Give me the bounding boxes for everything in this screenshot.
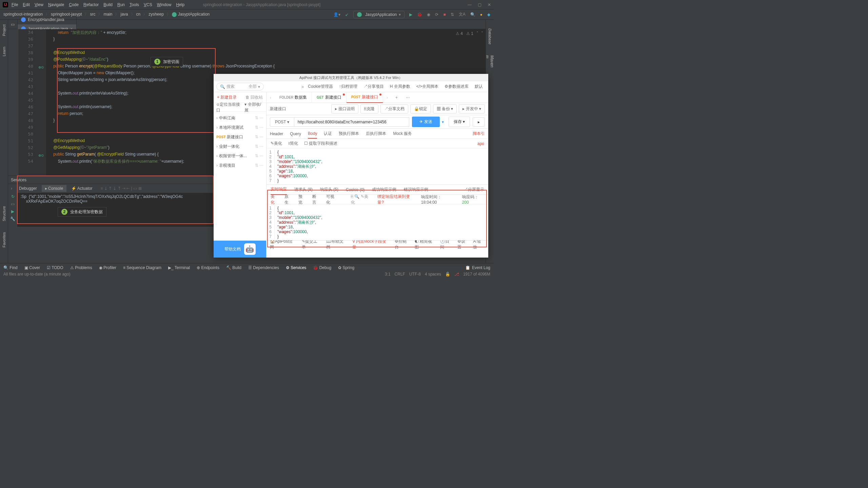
menu-run[interactable]: Run <box>117 2 125 7</box>
bottom-tab-debug[interactable]: 🐞 Debug <box>313 265 331 270</box>
tab-next-icon[interactable]: › <box>383 95 391 100</box>
search-input[interactable]: 🔍 搜索全部 ▾ <box>216 83 264 90</box>
scroll-down-icon[interactable]: ˇ <box>481 31 483 36</box>
breadcrumb-item[interactable]: src <box>90 12 95 17</box>
toolbar-button[interactable]: H 全局参数 <box>387 82 413 91</box>
menu-window[interactable]: Window <box>157 2 172 7</box>
breadcrumb-item[interactable]: cn <box>136 12 141 17</box>
menu-code[interactable]: Code <box>69 2 79 7</box>
locate-button[interactable]: ⊙定位当前接口 <box>216 102 242 113</box>
bottom-tab-profiler[interactable]: ◉ Profiler <box>99 265 116 270</box>
request-tab[interactable]: POST 新建接口 <box>347 92 383 103</box>
tree-item[interactable]: ›本地环境测试⇅ ⋯ <box>214 123 266 132</box>
url-input[interactable]: http://localhost:8080/dataEnc?username=1… <box>294 117 410 127</box>
request-body-editor[interactable]: 1{2 "id": 1001,3 "mobile": "15094000432"… <box>267 148 488 184</box>
request-section-tab[interactable]: Body <box>308 129 317 139</box>
toolbar-button[interactable]: Cookie管理器 <box>305 82 335 91</box>
stop-icon[interactable]: ▭ <box>11 202 15 206</box>
maximize-icon[interactable]: ▢ <box>478 2 481 7</box>
breadcrumb-item[interactable]: main <box>103 12 112 17</box>
toolbar-button[interactable]: ⚙参数描述库 <box>442 82 471 91</box>
bottom-tab-find[interactable]: 🔍 Find <box>3 265 18 270</box>
database-tab[interactable]: Database <box>487 26 493 46</box>
response-tab[interactable]: 请求头 (8) <box>294 185 313 195</box>
bottom-tab-sequence-diagram[interactable]: ≡ Sequence Diagram <box>123 265 161 270</box>
vcs-icon[interactable]: ⇅ <box>451 12 454 17</box>
menu-file[interactable]: File <box>12 2 18 7</box>
rerun-icon[interactable]: ↻ <box>11 194 15 199</box>
profile-icon[interactable]: ⟳ <box>435 12 438 17</box>
memory-indicator[interactable]: 1917 of 4096M <box>463 272 490 277</box>
action-button[interactable]: ☰ 备份 ▾ <box>433 104 457 114</box>
tree-item[interactable]: ›非税项目⇅ ⋯ <box>214 161 266 170</box>
coverage-icon[interactable]: ◉ <box>427 12 430 17</box>
console-tab[interactable]: ▸ Console <box>42 185 66 192</box>
close-icon[interactable]: ✕ <box>488 2 491 7</box>
request-section-tab[interactable]: Header <box>270 129 283 138</box>
run-config-selector[interactable]: JasyptApplication▾ <box>353 11 405 18</box>
indent[interactable]: 4 spaces <box>425 272 441 277</box>
menu-tools[interactable]: Tools <box>130 2 139 7</box>
user-icon[interactable]: 👤▾ <box>333 12 340 17</box>
readonly-icon[interactable]: 🔓 <box>445 272 450 277</box>
scroll-up-icon[interactable]: ˆ <box>477 31 478 36</box>
help-icon[interactable]: ● <box>480 12 482 17</box>
request-tab[interactable]: FOLDER 数据集 <box>275 92 312 103</box>
actuator-tab[interactable]: ⚡ Actuator <box>68 185 96 192</box>
help-banner[interactable]: 帮助文档🤖 <box>214 241 266 258</box>
warning-indicator[interactable]: ⚠ 1 <box>466 31 473 36</box>
action-button[interactable]: ⎘克隆 <box>360 104 378 114</box>
menu-help[interactable]: Help <box>176 2 184 7</box>
run-icon[interactable]: ▶ <box>11 209 14 214</box>
toolbar-button[interactable]: ↗分享项目 <box>361 82 387 91</box>
action-button[interactable]: ▸ 开发中 ▾ <box>459 104 485 114</box>
learn-tab[interactable]: Learn <box>1 45 7 58</box>
line-separator[interactable]: CRLF <box>395 272 405 277</box>
format-button[interactable]: ☐ 提取字段和描述 <box>304 141 337 146</box>
bottom-tab-terminal[interactable]: ▶_ Terminal <box>168 265 190 270</box>
bottom-tab-endpoints[interactable]: ⊕ Endpoints <box>197 265 219 270</box>
new-folder-button[interactable]: + 新建目录 <box>217 95 237 100</box>
project-tab[interactable]: Project <box>1 22 7 38</box>
request-name[interactable]: 新建接口 <box>270 106 311 112</box>
bottom-tab-services[interactable]: ⚙ Services <box>286 265 306 270</box>
response-view-tab[interactable]: 可视化 <box>326 194 338 205</box>
action-button[interactable]: 🔒锁定 <box>410 104 431 114</box>
debugger-tab[interactable]: Debugger <box>16 185 40 192</box>
search-icon[interactable]: 🔍 <box>470 12 475 17</box>
chevron-icon[interactable]: › <box>11 186 12 191</box>
format-button[interactable]: ⫴简化 <box>288 141 298 146</box>
response-view-tab[interactable]: 断言 <box>312 194 320 205</box>
menu-vcs[interactable]: VCS <box>144 2 152 7</box>
save-button[interactable]: 保存 ▾ <box>449 117 470 127</box>
debug-icon[interactable]: 🐞 <box>417 12 422 17</box>
breadcrumb-item[interactable]: java <box>120 12 128 17</box>
project-tool-icon[interactable]: ▭ <box>8 20 18 29</box>
tab-prev-icon[interactable]: ‹ <box>267 95 275 100</box>
request-section-tab[interactable]: Mock 服务 <box>393 129 412 139</box>
editor-tab[interactable]: EncryptHandler.java <box>18 15 77 24</box>
codewithme-icon[interactable]: ◆ <box>487 12 490 17</box>
recycle-button[interactable]: 🗑 回收站 <box>245 95 263 100</box>
file-encoding[interactable]: UTF-8 <box>409 272 421 277</box>
bottom-tab-cover[interactable]: ▣ Cover <box>24 265 40 270</box>
action-button[interactable]: ↗分享文档 <box>380 104 408 114</box>
minimize-icon[interactable]: — <box>468 2 472 7</box>
caret-position[interactable]: 3:1 <box>385 272 391 277</box>
send-button[interactable]: ✈ 发送 <box>412 117 439 127</box>
bottom-tab-problems[interactable]: ⚠ Problems <box>70 265 92 270</box>
structure-tab[interactable]: Structure <box>1 204 7 223</box>
request-section-tab[interactable]: 后执行脚本 <box>366 129 386 139</box>
bottom-tab-spring[interactable]: ✿ Spring <box>338 265 354 270</box>
bottom-tab-dependencies[interactable]: ☰ Dependencies <box>248 265 279 270</box>
tree-item[interactable]: ›权限管理一体...⇅ ⋯ <box>214 151 266 161</box>
event-log[interactable]: 📋 Event Log <box>465 265 490 270</box>
response-view-tab[interactable]: 预览 <box>298 194 306 205</box>
response-view-tab[interactable]: 美化 <box>271 194 278 205</box>
git-branch[interactable]: ⎇ <box>454 272 459 277</box>
menu-view[interactable]: View <box>35 2 43 7</box>
stop-icon[interactable]: ■ <box>443 12 446 17</box>
expand-button[interactable]: ▾ 全部收/展 <box>244 102 263 113</box>
menu-refactor[interactable]: Refactor <box>83 2 99 7</box>
toolbar-button[interactable]: </>全局脚本 <box>414 82 441 91</box>
